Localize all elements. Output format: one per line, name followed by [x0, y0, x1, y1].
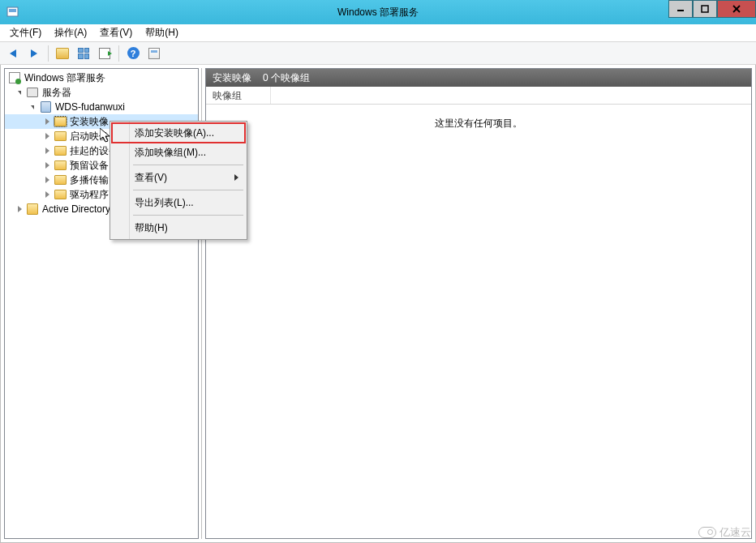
menu-action[interactable]: 操作(A): [48, 24, 93, 41]
server-icon: [39, 100, 52, 113]
menu-view[interactable]: 查看(V): [93, 24, 139, 41]
folder-icon: [54, 144, 67, 157]
server-group-icon: [26, 86, 39, 99]
help-button[interactable]: ?: [123, 44, 143, 63]
ctx-help[interactable]: 帮助(H): [112, 218, 245, 237]
maximize-button[interactable]: [693, 0, 717, 18]
tree-root-label: Windows 部署服务: [24, 71, 105, 85]
menubar: 文件(F) 操作(A) 查看(V) 帮助(H): [0, 24, 756, 42]
column-header-image-group[interactable]: 映像组: [206, 87, 271, 104]
minimize-button[interactable]: [668, 0, 693, 18]
help-icon: ?: [127, 47, 140, 59]
expander-closed-icon[interactable]: [42, 175, 52, 185]
ctx-help-label: 帮助(H): [135, 221, 168, 235]
tree-server[interactable]: WDS-fudanwuxi: [5, 100, 198, 114]
tree-multicast-label: 多播传输: [70, 173, 109, 187]
folder-icon: [54, 173, 67, 186]
properties-icon: [148, 48, 160, 59]
ctx-add-install-image-label: 添加安装映像(A)...: [135, 126, 214, 140]
folder-icon: [54, 115, 67, 128]
up-level-button[interactable]: [53, 44, 72, 63]
tree-servers-label: 服务器: [42, 86, 71, 100]
svg-rect-1: [9, 9, 16, 12]
export-list-button[interactable]: [95, 44, 114, 63]
list-header-count: 0 个映像组: [263, 71, 310, 85]
tree-prestaged-devices-label: 预留设备: [70, 159, 109, 173]
wds-root-icon: [8, 71, 21, 84]
show-hide-tree-button[interactable]: [74, 44, 93, 63]
toolbar-separator: [118, 45, 119, 62]
properties-button[interactable]: [144, 44, 164, 63]
context-menu-separator: [133, 165, 243, 165]
app-icon: [6, 6, 19, 19]
list-pane: 安装映像 0 个映像组 映像组 这里没有任何项目。: [205, 68, 752, 539]
grid-icon: [78, 48, 89, 59]
tree-server-label: WDS-fudanwuxi: [55, 101, 125, 113]
tree-drivers-label: 驱动程序: [70, 188, 109, 202]
ctx-add-image-group-label: 添加映像组(M)...: [135, 146, 206, 160]
list-header-title: 安装映像: [213, 71, 251, 85]
expander-closed-icon[interactable]: [42, 160, 52, 170]
list-column-headers: 映像组: [206, 87, 751, 105]
svg-rect-3: [702, 6, 708, 12]
context-menu-separator: [133, 215, 243, 216]
folder-icon: [54, 188, 67, 201]
window-titlebar: Windows 部署服务: [0, 0, 756, 24]
expander-closed-icon[interactable]: [42, 190, 52, 199]
ctx-export-list-label: 导出列表(L)...: [135, 196, 194, 210]
ctx-export-list[interactable]: 导出列表(L)...: [112, 193, 245, 212]
toolbar-separator: [48, 45, 49, 62]
context-menu: 添加安装映像(A)... 添加映像组(M)... 查看(V) 导出列表(L)..…: [110, 121, 247, 240]
expander-closed-icon[interactable]: [42, 146, 52, 156]
export-icon: [99, 48, 110, 59]
ctx-add-install-image[interactable]: 添加安装映像(A)...: [112, 123, 245, 143]
empty-list-message: 这里没有任何项目。: [206, 117, 751, 130]
context-menu-separator: [133, 190, 243, 190]
expander-closed-icon[interactable]: [15, 204, 24, 214]
folder-up-icon: [56, 48, 69, 59]
tree-install-images-label: 安装映像: [70, 115, 109, 129]
back-button[interactable]: [3, 44, 23, 63]
expander-open-icon[interactable]: [15, 88, 24, 97]
close-button[interactable]: [717, 0, 756, 18]
menu-help[interactable]: 帮助(H): [139, 24, 185, 41]
forward-button[interactable]: [24, 44, 44, 63]
menu-file[interactable]: 文件(F): [3, 24, 48, 41]
window-controls: [668, 0, 756, 18]
expander-closed-icon[interactable]: [42, 131, 52, 141]
ctx-view-label: 查看(V): [135, 171, 167, 185]
list-header: 安装映像 0 个映像组: [206, 69, 751, 87]
toolbar: ?: [0, 42, 756, 65]
folder-icon: [54, 130, 67, 143]
expander-closed-icon[interactable]: [42, 117, 52, 126]
submenu-arrow-icon: [234, 174, 238, 181]
tree-boot-images-label: 启动映像: [70, 130, 109, 143]
ad-icon: [26, 203, 39, 216]
arrow-right-icon: [31, 49, 37, 58]
tree-root[interactable]: Windows 部署服务: [5, 71, 198, 85]
ctx-view[interactable]: 查看(V): [112, 168, 245, 187]
window-title: Windows 部署服务: [0, 6, 756, 19]
tree-servers-group[interactable]: 服务器: [5, 85, 198, 100]
expander-open-icon[interactable]: [28, 102, 37, 112]
ctx-add-image-group[interactable]: 添加映像组(M)...: [112, 143, 245, 162]
arrow-left-icon: [10, 49, 16, 58]
folder-icon: [54, 159, 67, 172]
